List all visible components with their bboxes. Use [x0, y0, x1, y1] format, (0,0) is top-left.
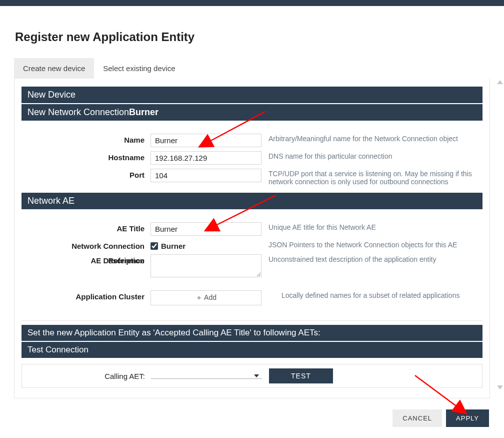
divider: [22, 320, 482, 321]
section-new-device: New Device: [22, 87, 482, 103]
label-ae-desc-overlay: Reference: [108, 256, 144, 265]
section-network-ae: Network AE: [22, 193, 482, 209]
checkbox-row-burner[interactable]: Burner: [150, 240, 262, 250]
label-hostname: Hostname: [22, 151, 150, 162]
cancel-button[interactable]: CANCEL: [392, 409, 442, 427]
checkbox-burner[interactable]: [150, 242, 158, 250]
scroll-up-icon[interactable]: [497, 80, 503, 84]
input-ae-title[interactable]: [150, 222, 262, 236]
help-ae-title: Unique AE title for this Network AE: [262, 222, 482, 231]
help-name: Arbitrary/Meaningful name for the Networ…: [262, 134, 482, 143]
help-application-cluster: Locally defined names for a subset of re…: [262, 290, 482, 299]
label-application-cluster: Application Cluster: [22, 290, 150, 301]
input-name[interactable]: [150, 134, 262, 147]
test-connection-row: Calling AET: TEST: [22, 364, 482, 388]
page-title: Register new Application Entity: [15, 30, 490, 44]
label-ae-description: AE Description Reference: [22, 254, 150, 265]
input-port[interactable]: [150, 169, 262, 182]
tab-select-existing-device[interactable]: Select existing device: [94, 58, 184, 79]
scroll-down-icon[interactable]: [497, 385, 503, 389]
label-name: Name: [22, 134, 150, 144]
tabs: Create new device Select existing device: [14, 58, 490, 79]
help-port: TCP/UDP port that a service is listening…: [262, 169, 482, 186]
checkbox-label-burner: Burner: [161, 242, 186, 250]
label-port: Port: [22, 169, 150, 179]
section-test-connection: Test Connection: [22, 342, 482, 358]
label-ae-title: AE Title: [22, 222, 150, 233]
help-hostname: DNS name for this particular connection: [262, 151, 482, 160]
select-calling-aet[interactable]: [151, 373, 262, 379]
tab-create-new-device[interactable]: Create new device: [14, 58, 94, 79]
chevron-down-icon: [254, 374, 259, 377]
section-nnc-name: Burner: [129, 107, 158, 117]
form-panel: New Device New Network ConnectionBurner …: [14, 79, 490, 398]
section-accepted-calling: Set the new Application Entity as 'Accep…: [22, 325, 482, 341]
label-calling-aet: Calling AET:: [22, 372, 151, 380]
section-new-network-connection: New Network ConnectionBurner: [22, 104, 482, 121]
test-button[interactable]: TEST: [269, 368, 333, 383]
help-network-connection: JSON Pointers to the Network Connection …: [262, 240, 482, 249]
label-network-connection: Network Connection: [22, 240, 150, 250]
add-label: Add: [204, 293, 216, 301]
input-hostname[interactable]: [150, 151, 262, 165]
help-ae-description: Unconstrained text description of the ap…: [262, 254, 482, 263]
section-nnc-prefix: New Network Connection: [28, 107, 129, 117]
add-application-cluster-button[interactable]: ＋ Add: [150, 290, 262, 305]
footer-buttons: CANCEL APPLY: [392, 409, 489, 427]
apply-button[interactable]: APPLY: [446, 409, 489, 427]
textarea-ae-description[interactable]: [150, 254, 262, 277]
plus-icon: ＋: [196, 293, 202, 301]
top-app-bar: [0, 0, 504, 6]
